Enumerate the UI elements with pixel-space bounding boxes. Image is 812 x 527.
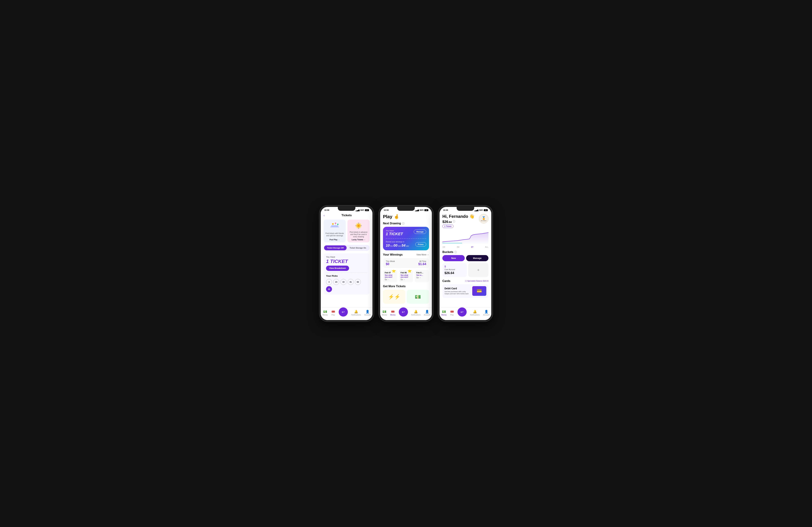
svg-rect-1 [331,225,338,227]
nav-account-2[interactable]: 👤 Account [424,310,430,316]
ticket-count: 1 TICKET [326,259,367,264]
winnings-header: Your Winnings View More → [383,253,429,256]
all-time-label: All Time [418,260,426,262]
status-right-2: ▂▄▆ WiFi 93 [415,209,428,211]
nav-account-1[interactable]: 👤 Account [364,310,371,316]
manage-button[interactable]: Manage [414,230,426,234]
nav-money-label-2: Money [382,314,387,316]
filter-all[interactable]: ALL [485,246,489,248]
history-won-3: See w… [416,274,427,276]
notch-2 [397,207,415,211]
all-time-amount: $1.64 [418,262,426,266]
history-go-3[interactable]: Go → [416,277,427,279]
pool-play-card[interactable]: Pool tickets with friends and split the … [323,220,346,243]
get-more-cards: ⚡⚡ 💵 [383,290,429,304]
nav-money-1[interactable]: 💵 Money [322,310,328,316]
star-badge-2: ⭐ [407,270,412,273]
nav-play-1[interactable]: 🎟️ Play [331,310,335,316]
add-bucket-card[interactable]: + [468,263,489,277]
history-go-1[interactable]: Go → [385,279,396,280]
core-account-card[interactable]: $ Core Account $26.64 [443,263,467,277]
bottom-nav-1: 💵 Money 🎟️ Play ↩ 🔔 Notifications 👤 Acco… [321,307,373,320]
ticket-badge[interactable]: 1 Ticket [443,224,453,228]
wifi-icon-3: WiFi [479,209,483,211]
toggle-off[interactable]: Ticket Storage Off [324,245,347,250]
nav-play-label-3: Play [450,314,454,316]
silver-badge[interactable]: 🏅 Get Silver [479,214,489,223]
filter-3m[interactable]: 3M [456,246,459,248]
nav-center-3[interactable]: ↩ [458,307,467,317]
pool-play-text: Pool tickets with friends and split the … [325,232,344,237]
history-go-2[interactable]: Go → [401,279,411,280]
phone-1: 10:59 ▂▄▆ WiFi 93 ‹ Tickets [319,206,374,321]
nav-play-3[interactable]: 🎟️ Play [450,310,454,316]
chart-area [443,231,489,245]
screen-1: ‹ Tickets [321,212,373,320]
status-right-3: ▂▄▆ WiFi 93 [474,209,488,211]
filter-1y[interactable]: 1Y [471,246,473,248]
phone-3: 10:59 ▂▄▆ WiFi 93 Hi, Fernando 👋 $26.64 … [438,206,493,321]
nav-notif-label-1: Notifications [351,314,361,316]
notch-3 [456,207,474,211]
nav-account-label-3: Account [483,314,490,316]
balance-info-icon[interactable]: i [453,220,455,223]
lucky-tickets-link[interactable]: Lucky Tickets → [352,239,366,241]
history-row: ⭐ Feb 07 See what you won! Go → ⭐ Feb 06… [383,270,429,282]
filter-1m[interactable]: 1M [443,246,445,248]
nav-notif-label-3: Notifications [470,314,480,316]
s1-header: ‹ Tickets [323,214,369,217]
history-feb06[interactable]: ⭐ Feb 06 See what you won! Go → [399,270,413,282]
nav-play-2[interactable]: 🎟️ Money [390,310,395,316]
time-filters: 1M 3M 1Y ALL [443,246,489,248]
history-feb07[interactable]: ⭐ Feb 07 See what you won! Go → [383,270,397,282]
storage-toggle[interactable]: Ticket Storage Off Ticket Storage On [323,245,369,251]
lightning-icon: ⚡⚡ [388,294,401,300]
nav-notif-label-2: Notifications [411,314,421,316]
get-more-card-1[interactable]: ⚡⚡ [383,290,405,304]
spendable-balance-link[interactable]: ⓘ Spendable Balance $26.64 [465,280,489,282]
view-breakdown-button[interactable]: View Breakdown [326,266,349,271]
buckets-header: Buckets i [443,250,489,254]
all-time-col: All Time $1.64 [418,260,426,266]
manage-buckets-button[interactable]: Manage [466,255,489,261]
debit-card-row[interactable]: Debit Card Get free purchases with Lucky… [443,284,489,298]
nav-notifications-2[interactable]: 🔔 Notifications [411,310,421,316]
status-right-1: ▂▄▆ WiFi 93 [356,209,369,211]
pick-24: 24 [333,279,339,285]
toggle-on[interactable]: Ticket Storage On [347,245,369,250]
s2-content: Play 🤞 Next Drawing i You have 1 TICKET … [380,212,432,307]
nav-money-2[interactable]: 💵 Money [382,310,387,316]
phone-2: 10:59 ▂▄▆ WiFi 93 Play 🤞 Next Drawing i … [379,206,433,321]
get-more-card-2[interactable]: 💵 [407,290,429,304]
nav-account-3[interactable]: 👤 Account [483,310,490,316]
balance-row: $26.64 i [443,219,475,224]
pool-play-illustration [329,221,340,230]
prizes-button[interactable]: Prizes [415,242,426,247]
pick-66: 66 [355,279,361,285]
buckets-info-icon[interactable]: i [454,251,457,253]
dashed-divider [326,273,367,273]
view-more-link[interactable]: View More → [416,253,429,256]
pool-play-link[interactable]: Pool Play → [330,239,340,241]
debit-card-desc: Get free purchases with Lucky Swipes and… [445,291,469,295]
nav-money-label-3: Money [441,314,447,316]
nav-center-1[interactable]: ↩ [339,307,348,317]
nav-notifications-3[interactable]: 🔔 Notifications [470,310,480,316]
time-2: 10:59 [384,209,389,211]
next-drawing-card: You have 1 TICKET Manage Reveal your win… [383,227,429,250]
new-bucket-button[interactable]: New [443,255,465,261]
lucky-tickets-illustration [353,221,364,230]
battery-1: 93 [365,209,369,211]
lucky-tickets-card[interactable]: Pick tickets in advance and they'll be u… [347,220,369,243]
nav-money-3[interactable]: 💵 Money [441,310,447,316]
notif-icon-2: 🔔 [414,310,418,313]
buckets-cards: $ Core Account $26.64 + [443,263,489,277]
phones-container: 10:59 ▂▄▆ WiFi 93 ‹ Tickets [319,206,493,321]
back-button[interactable]: ‹ [323,214,324,217]
notch-1 [338,207,356,211]
nav-notifications-1[interactable]: 🔔 Notifications [351,310,361,316]
nav-center-2[interactable]: ↩ [399,307,408,317]
next-drawing-info-icon[interactable]: i [402,222,404,225]
balance-dollar: $26.64 [443,219,452,224]
history-feb-old[interactable]: Feb 0… See w… Go → [415,270,429,282]
